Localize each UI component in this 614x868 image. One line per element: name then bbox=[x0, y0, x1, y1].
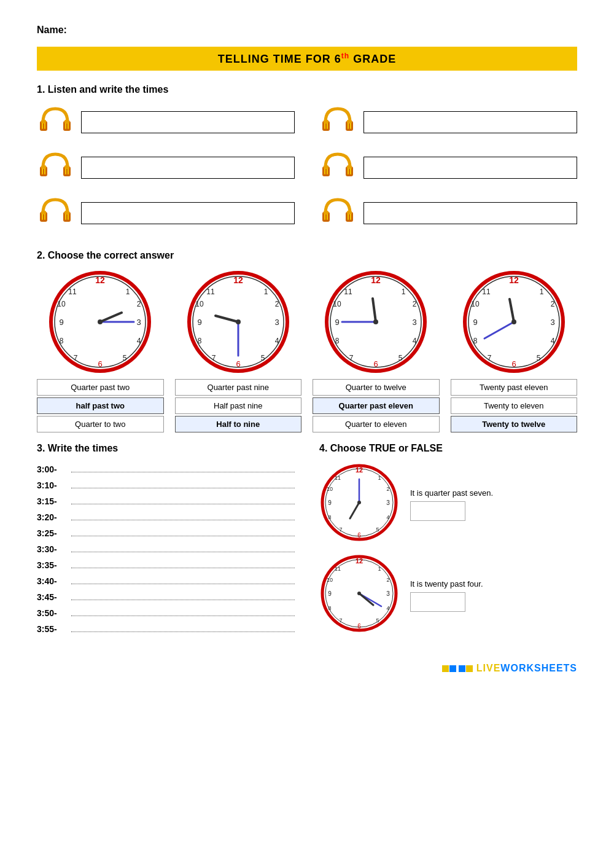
svg-text:9: 9 bbox=[328, 590, 332, 597]
headphone-icon-2 bbox=[319, 104, 356, 141]
svg-text:5: 5 bbox=[536, 354, 540, 362]
section3: 3. Write the times 3:00-3:10-3:15-3:20-3… bbox=[37, 443, 295, 644]
svg-text:10: 10 bbox=[327, 577, 333, 583]
time-label-2: 3:15- bbox=[37, 496, 66, 506]
svg-text:4: 4 bbox=[137, 337, 141, 345]
answer-option-2-3[interactable]: Half to nine bbox=[175, 416, 302, 432]
listen-input-3[interactable] bbox=[81, 157, 295, 179]
svg-text:6: 6 bbox=[357, 623, 361, 630]
svg-rect-29 bbox=[347, 165, 352, 169]
time-row-6: 3:35- bbox=[37, 558, 295, 570]
svg-text:6: 6 bbox=[374, 359, 378, 369]
dotted-line-9 bbox=[71, 606, 295, 616]
svg-point-81 bbox=[236, 319, 241, 324]
svg-rect-1 bbox=[41, 120, 46, 123]
listen-input-5[interactable] bbox=[81, 202, 295, 224]
svg-rect-18 bbox=[42, 168, 43, 174]
answer-option-3-3[interactable]: Quarter to eleven bbox=[313, 416, 440, 432]
svg-text:7: 7 bbox=[349, 354, 354, 362]
svg-rect-21 bbox=[64, 165, 69, 169]
answer-option-4-3[interactable]: Twenty to twelve bbox=[451, 416, 578, 432]
time-label-6: 3:35- bbox=[37, 560, 66, 570]
section3-title: 3. Write the times bbox=[37, 443, 295, 454]
tf-input-2[interactable] bbox=[410, 592, 465, 612]
dotted-line-1 bbox=[71, 479, 295, 488]
svg-text:12: 12 bbox=[509, 275, 519, 285]
clock-col-4: 12 3 6 9 1 2 4 5 7 8 10 11 Twenty past e… bbox=[451, 270, 578, 434]
listen-input-6[interactable] bbox=[363, 202, 577, 224]
svg-text:2: 2 bbox=[550, 300, 554, 308]
answer-options-1: Quarter past two half past two Quarter t… bbox=[37, 379, 164, 434]
time-row-8: 3:45- bbox=[37, 590, 295, 602]
svg-text:5: 5 bbox=[376, 617, 379, 624]
section4: 4. Choose TRUE or FALSE 12 3 6 9 1 2 4 5… bbox=[319, 443, 577, 644]
answer-option-3-1[interactable]: Quarter to twelve bbox=[313, 379, 440, 396]
answer-option-1-3[interactable]: Quarter to two bbox=[37, 416, 164, 432]
clock-1: 12 3 6 9 1 2 4 5 7 8 10 11 bbox=[48, 270, 152, 374]
svg-rect-9 bbox=[324, 120, 328, 123]
answer-option-2-1[interactable]: Quarter past nine bbox=[175, 379, 302, 396]
section3-times: 3:00-3:10-3:15-3:20-3:25-3:30-3:35-3:40-… bbox=[37, 463, 295, 634]
svg-text:5: 5 bbox=[398, 354, 403, 362]
bottom-sections: 3. Write the times 3:00-3:10-3:15-3:20-3… bbox=[37, 443, 577, 644]
svg-point-64 bbox=[98, 319, 103, 324]
svg-rect-15 bbox=[350, 123, 351, 129]
time-label-8: 3:45- bbox=[37, 592, 66, 602]
answer-options-3: Quarter to twelve Quarter past eleven Qu… bbox=[313, 379, 440, 434]
svg-text:6: 6 bbox=[236, 359, 240, 369]
time-label-3: 3:20- bbox=[37, 512, 66, 522]
dotted-line-8 bbox=[71, 590, 295, 600]
svg-rect-41 bbox=[324, 211, 328, 214]
svg-rect-47 bbox=[350, 214, 351, 220]
answer-option-2-2[interactable]: Half past nine bbox=[175, 397, 302, 414]
listen-input-4[interactable] bbox=[363, 157, 577, 179]
headphone-icon-4 bbox=[319, 149, 356, 186]
svg-rect-19 bbox=[44, 168, 45, 174]
svg-text:4: 4 bbox=[386, 514, 389, 520]
time-row-4: 3:25- bbox=[37, 526, 295, 538]
time-row-7: 3:40- bbox=[37, 574, 295, 586]
svg-text:9: 9 bbox=[335, 318, 340, 327]
listen-input-1[interactable] bbox=[81, 111, 295, 133]
answer-option-3-2[interactable]: Quarter past eleven bbox=[313, 397, 440, 414]
svg-rect-27 bbox=[327, 168, 328, 174]
svg-text:10: 10 bbox=[327, 486, 333, 492]
listen-item-2 bbox=[319, 104, 577, 141]
svg-text:11: 11 bbox=[335, 566, 341, 572]
svg-text:7: 7 bbox=[339, 617, 342, 624]
listen-grid bbox=[37, 104, 577, 232]
svg-rect-11 bbox=[327, 123, 328, 129]
listen-input-2[interactable] bbox=[363, 111, 577, 133]
answer-options-2: Quarter past nine Half past nine Half to… bbox=[175, 379, 302, 434]
footer-worksheets: WORKSHEETS bbox=[500, 663, 577, 673]
time-row-3: 3:20- bbox=[37, 510, 295, 522]
footer-logo-box1 bbox=[442, 665, 449, 672]
svg-point-115 bbox=[511, 319, 516, 324]
svg-text:5: 5 bbox=[123, 354, 127, 362]
svg-rect-34 bbox=[42, 214, 43, 220]
svg-text:1: 1 bbox=[378, 475, 381, 481]
dotted-line-0 bbox=[71, 463, 295, 472]
svg-rect-7 bbox=[68, 123, 69, 129]
answer-option-1-2[interactable]: half past two bbox=[37, 397, 164, 414]
answer-option-4-2[interactable]: Twenty to eleven bbox=[451, 397, 578, 414]
clock-col-1: 12 3 6 9 1 2 4 5 7 8 10 11 Quarter past … bbox=[37, 270, 164, 434]
svg-text:3: 3 bbox=[274, 318, 279, 327]
svg-rect-23 bbox=[68, 168, 69, 174]
time-row-9: 3:50- bbox=[37, 606, 295, 618]
title-bar: TELLING TIME FOR 6th GRADE bbox=[37, 47, 577, 71]
answer-option-4-1[interactable]: Twenty past eleven bbox=[451, 379, 578, 396]
title-sup: th bbox=[341, 52, 349, 60]
svg-text:11: 11 bbox=[206, 287, 215, 296]
clock-2: 12 3 6 9 1 2 4 5 7 8 10 11 bbox=[186, 270, 290, 374]
svg-text:2: 2 bbox=[274, 300, 279, 308]
svg-text:9: 9 bbox=[473, 318, 477, 327]
svg-text:9: 9 bbox=[60, 318, 64, 327]
svg-rect-33 bbox=[41, 211, 46, 214]
answer-option-1-1[interactable]: Quarter past two bbox=[37, 379, 164, 396]
tf-input-1[interactable] bbox=[410, 501, 465, 521]
footer-logo-box4 bbox=[466, 665, 473, 672]
footer-live: LIVE bbox=[476, 663, 501, 673]
svg-rect-6 bbox=[65, 123, 66, 129]
clock-3: 12 3 6 9 1 2 4 5 7 8 10 11 bbox=[324, 270, 428, 374]
